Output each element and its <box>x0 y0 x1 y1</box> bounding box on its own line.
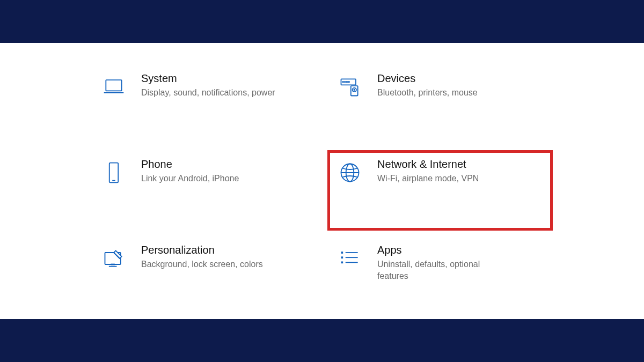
category-personalization[interactable]: Personalization Background, lock screen,… <box>91 236 317 316</box>
svg-point-9 <box>354 90 355 91</box>
decorative-band-bottom <box>0 319 644 362</box>
category-phone[interactable]: Phone Link your Android, iPhone <box>91 150 317 231</box>
category-apps[interactable]: Apps Uninstall, defaults, optional featu… <box>327 236 553 316</box>
svg-rect-23 <box>341 262 343 264</box>
category-desc: Wi-Fi, airplane mode, VPN <box>377 173 479 184</box>
svg-point-3 <box>342 82 343 83</box>
category-devices[interactable]: Devices Bluetooth, printers, mouse <box>327 64 553 145</box>
globe-icon <box>335 158 364 187</box>
category-title: Network & Internet <box>377 158 479 171</box>
phone-icon <box>99 158 128 187</box>
category-title: Devices <box>377 72 478 85</box>
personalization-icon <box>99 244 128 273</box>
svg-rect-21 <box>341 256 343 258</box>
settings-grid: System Display, sound, notifications, po… <box>0 43 644 319</box>
apps-icon <box>335 244 364 273</box>
svg-point-6 <box>348 82 349 83</box>
category-title: Phone <box>141 158 239 171</box>
category-desc: Display, sound, notifications, power <box>141 87 275 99</box>
category-desc: Link your Android, iPhone <box>141 173 239 184</box>
svg-rect-0 <box>106 80 121 91</box>
category-network[interactable]: Network & Internet Wi-Fi, airplane mode,… <box>327 150 553 231</box>
category-desc: Uninstall, defaults, optional features <box>377 258 511 282</box>
category-desc: Bluetooth, printers, mouse <box>377 87 478 99</box>
category-title: System <box>141 72 275 85</box>
svg-point-5 <box>347 82 348 83</box>
category-title: Personalization <box>141 244 263 256</box>
decorative-band-top <box>0 0 644 43</box>
category-title: Apps <box>377 244 511 256</box>
svg-rect-19 <box>341 252 343 254</box>
category-system[interactable]: System Display, sound, notifications, po… <box>91 64 317 145</box>
svg-point-4 <box>345 82 346 83</box>
laptop-icon <box>99 72 128 101</box>
category-desc: Background, lock screen, colors <box>141 258 263 270</box>
svg-rect-10 <box>109 163 119 183</box>
devices-icon <box>335 72 364 101</box>
